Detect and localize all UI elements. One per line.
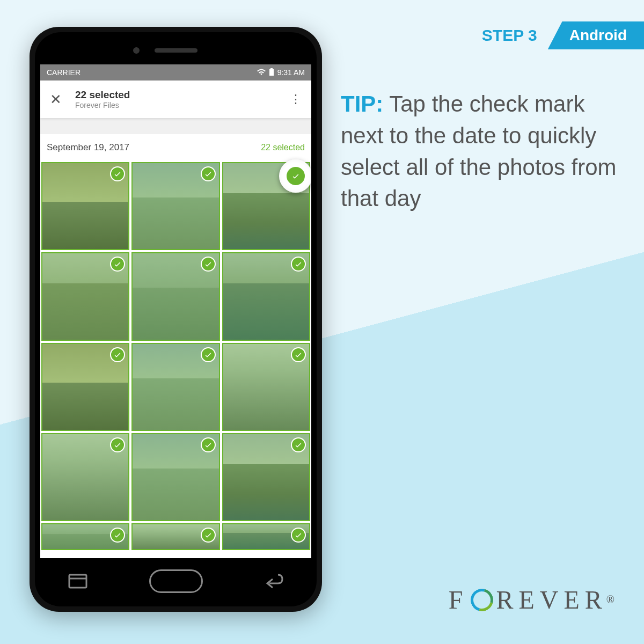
carrier-label: CARRIER bbox=[47, 68, 80, 77]
date-header: September 19, 2017 22 selected bbox=[40, 134, 311, 161]
back-button[interactable] bbox=[263, 574, 284, 589]
svg-rect-0 bbox=[270, 68, 273, 69]
phone-screen: CARRIER 9:31 AM ✕ 22 selected Forever Fi… bbox=[40, 64, 311, 558]
photo-thumbnail[interactable] bbox=[222, 433, 310, 521]
recent-apps-button[interactable] bbox=[67, 573, 89, 589]
check-icon bbox=[201, 528, 216, 543]
forever-o-icon bbox=[467, 584, 497, 615]
header-tag: STEP 3 Android bbox=[482, 21, 644, 49]
tip-text: TIP: Tap the check mark next to the date… bbox=[341, 89, 628, 215]
date-label: September 19, 2017 bbox=[47, 142, 129, 153]
platform-badge: Android bbox=[548, 21, 644, 49]
photo-thumbnail[interactable] bbox=[222, 252, 310, 340]
photo-thumbnail[interactable] bbox=[131, 523, 219, 550]
photo-thumbnail[interactable] bbox=[41, 252, 129, 340]
step-label: STEP 3 bbox=[482, 26, 537, 45]
select-all-check-icon[interactable] bbox=[286, 166, 306, 186]
check-icon bbox=[201, 166, 216, 181]
photo-thumbnail[interactable] bbox=[131, 433, 219, 521]
overflow-menu-icon[interactable]: ⋮ bbox=[290, 92, 302, 106]
wifi-icon bbox=[257, 68, 266, 77]
photo-thumbnail[interactable] bbox=[131, 252, 219, 340]
phone-speaker bbox=[155, 48, 197, 53]
photo-thumbnail[interactable] bbox=[41, 162, 129, 250]
phone-frame: CARRIER 9:31 AM ✕ 22 selected Forever Fi… bbox=[30, 27, 322, 612]
close-icon[interactable]: ✕ bbox=[50, 91, 62, 108]
app-bar-subtitle: Forever Files bbox=[75, 101, 290, 109]
spacer bbox=[40, 118, 311, 134]
app-bar-title: 22 selected bbox=[75, 89, 290, 101]
phone-camera bbox=[133, 47, 140, 54]
photo-thumbnail[interactable] bbox=[222, 343, 310, 431]
tip-label: TIP: bbox=[341, 91, 383, 116]
forever-logo: FREVER® bbox=[449, 585, 614, 614]
phone-hardware-buttons bbox=[35, 562, 317, 600]
date-selected-count: 22 selected bbox=[261, 143, 305, 152]
photo-thumbnail[interactable] bbox=[41, 523, 129, 550]
photo-thumbnail[interactable] bbox=[131, 162, 219, 250]
svg-rect-2 bbox=[69, 575, 86, 588]
photo-grid bbox=[40, 161, 311, 551]
check-icon bbox=[110, 347, 125, 362]
svg-rect-1 bbox=[269, 69, 274, 76]
check-icon bbox=[201, 347, 216, 362]
check-icon bbox=[201, 257, 216, 272]
photo-thumbnail[interactable] bbox=[41, 343, 129, 431]
check-icon bbox=[201, 437, 216, 452]
status-time: 9:31 AM bbox=[277, 68, 305, 77]
status-bar: CARRIER 9:31 AM bbox=[40, 64, 311, 80]
check-icon bbox=[291, 437, 306, 452]
battery-icon bbox=[269, 68, 274, 77]
select-all-highlight bbox=[279, 159, 311, 193]
photo-thumbnail[interactable] bbox=[41, 433, 129, 521]
app-bar: ✕ 22 selected Forever Files ⋮ bbox=[40, 80, 311, 118]
photo-thumbnail[interactable] bbox=[222, 523, 310, 550]
photo-thumbnail[interactable] bbox=[131, 343, 219, 431]
registered-mark: ® bbox=[606, 594, 614, 606]
check-icon bbox=[291, 347, 306, 362]
home-button[interactable] bbox=[149, 569, 203, 593]
